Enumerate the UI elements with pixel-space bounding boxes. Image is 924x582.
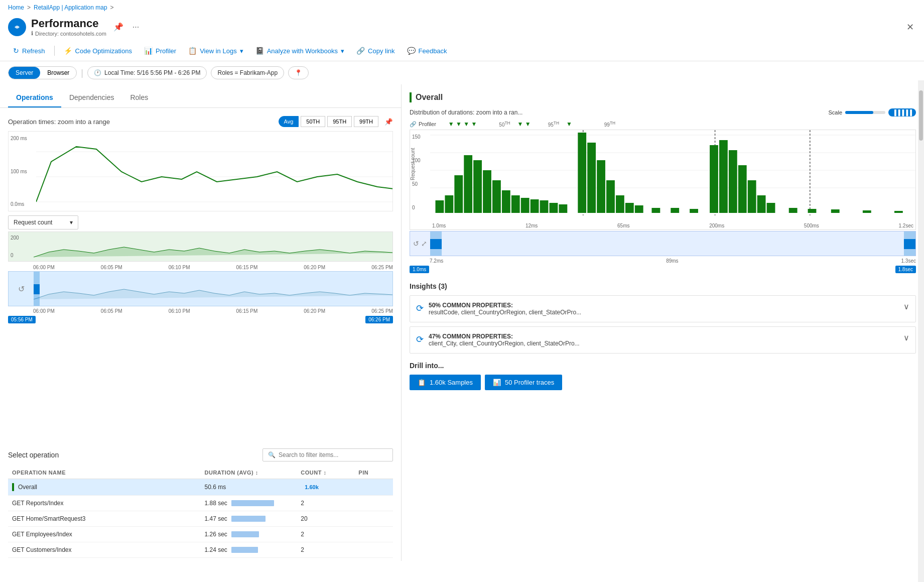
- dist-rl-3: 1.3sec: [901, 258, 916, 264]
- duration-bar: [231, 531, 259, 537]
- search-input[interactable]: [279, 451, 387, 458]
- drill-buttons: 📋 1.60k Samples 📊 50 Profiler traces: [410, 375, 916, 390]
- tab-roles[interactable]: Roles: [122, 88, 156, 107]
- t2: 06:05 PM: [101, 265, 122, 270]
- op-name-cell: GET Home/SmartRequest3: [8, 511, 201, 527]
- copy-link-button[interactable]: 🔗 Copy link: [351, 44, 400, 58]
- svg-rect-18: [454, 175, 463, 213]
- op-pin[interactable]: [354, 527, 393, 542]
- dist-range-selector[interactable]: ↺ ⤢: [410, 231, 916, 256]
- insight-desc-2: client_City, client_CountryOrRegion, cli…: [429, 340, 898, 347]
- roles-filter-label: Roles = Fabrikam-App: [217, 69, 278, 76]
- count-sort-icon[interactable]: ↕: [323, 470, 326, 476]
- profiler-row-label: Profiler: [419, 121, 436, 127]
- p50-btn[interactable]: 50TH: [301, 116, 325, 127]
- p99-btn[interactable]: 99TH: [354, 116, 378, 127]
- profiler-button[interactable]: 📊 Profiler: [139, 44, 181, 58]
- home-link[interactable]: Home: [8, 4, 24, 11]
- more-button[interactable]: ···: [130, 21, 141, 34]
- tab-dependencies[interactable]: Dependencies: [61, 88, 122, 107]
- copy-link-label: Copy link: [368, 47, 394, 55]
- insight-card-1[interactable]: ⟳ 50% COMMON PROPERTIES: resultCode, cli…: [410, 295, 916, 322]
- t4: 06:15 PM: [236, 265, 257, 270]
- select-operation: Select operation 🔍 OPERATION NAME DURATI…: [0, 442, 401, 561]
- expand-icon[interactable]: ⤢: [421, 240, 427, 248]
- tab-operations[interactable]: Operations: [8, 88, 61, 107]
- chart-title: Operation times: zoom into a range: [8, 118, 110, 126]
- feedback-button[interactable]: 💬 Feedback: [402, 44, 452, 58]
- svg-rect-39: [690, 209, 698, 213]
- table-row[interactable]: Overall 50.6 ms 1.60k: [8, 479, 393, 496]
- close-button[interactable]: ✕: [904, 20, 916, 35]
- location-filter-pill[interactable]: 📍: [288, 66, 309, 79]
- avg-btn[interactable]: Avg: [279, 116, 299, 127]
- dist-range-start: 1.0ms: [410, 266, 429, 273]
- t5: 06:20 PM: [304, 265, 325, 270]
- analyze-button[interactable]: 📓 Analyze with Workbooks ▾: [250, 44, 349, 58]
- table-row[interactable]: GET Home/SmartRequest3 1.47 sec 20: [8, 511, 393, 527]
- rt6: 06:25 PM: [371, 308, 393, 314]
- samples-label: 1.60k Samples: [430, 379, 473, 386]
- time-filter-label: Local Time: 5/16 5:56 PM - 6:26 PM: [104, 69, 200, 76]
- svg-rect-51: [894, 211, 903, 213]
- svg-rect-56: [904, 239, 915, 249]
- code-opt-button[interactable]: ⚡ Code Optimizations: [59, 44, 137, 58]
- svg-rect-31: [587, 143, 596, 213]
- server-toggle[interactable]: Server: [9, 67, 40, 79]
- main-line-chart[interactable]: 200 ms 100 ms 0.0ms: [8, 131, 393, 211]
- time-filter-pill[interactable]: 🕐 Local Time: 5/16 5:56 PM - 6:26 PM: [87, 66, 207, 79]
- svg-rect-22: [492, 180, 501, 213]
- search-box[interactable]: 🔍: [262, 448, 393, 461]
- chart-pin-btn[interactable]: 📌: [384, 118, 393, 126]
- pin-button[interactable]: 📌: [111, 20, 125, 34]
- duration-value: 1.88 sec: [205, 500, 227, 507]
- analyze-dropdown-arrow: ▾: [341, 47, 344, 55]
- op-pin[interactable]: [354, 511, 393, 527]
- range-selector[interactable]: ↺: [8, 271, 393, 306]
- sort-icon[interactable]: ↕: [255, 470, 258, 476]
- table-row[interactable]: GET Employees/Index 1.26 sec 2: [8, 527, 393, 542]
- scale-slider[interactable]: [845, 111, 885, 114]
- svg-rect-45: [757, 195, 766, 213]
- op-pin[interactable]: [354, 542, 393, 558]
- scale-control: Scale ▐▐▐▐▐: [829, 108, 916, 117]
- refresh-button[interactable]: ↻ Refresh: [8, 44, 50, 58]
- server-browser-toggle: Server Browser: [8, 66, 77, 79]
- table-row[interactable]: GET Reports/Index 1.88 sec 2: [8, 496, 393, 511]
- request-dropdown[interactable]: Request count ▾: [8, 215, 78, 229]
- svg-rect-23: [502, 190, 510, 213]
- profiler-traces-button[interactable]: 📊 50 Profiler traces: [485, 375, 562, 390]
- directory-label: Directory: contosohotels.com: [35, 31, 106, 37]
- insight-pct-1: 50% COMMON PROPERTIES:: [429, 302, 898, 309]
- scrollbar-thumb[interactable]: [919, 90, 923, 141]
- svg-rect-54: [430, 239, 442, 249]
- table-row[interactable]: GET Customers/Index 1.24 sec 2: [8, 542, 393, 558]
- roles-filter-pill[interactable]: Roles = Fabrikam-App: [211, 66, 284, 79]
- mini-chart[interactable]: 200 0: [8, 231, 393, 262]
- distribution-chart[interactable]: 150 100 50 0: [410, 130, 916, 230]
- sep2: >: [110, 4, 114, 11]
- duration-bar: [231, 547, 258, 553]
- browser-toggle[interactable]: Browser: [40, 67, 76, 79]
- op-pin[interactable]: [354, 479, 393, 496]
- op-pin[interactable]: [354, 496, 393, 511]
- rt3: 06:10 PM: [169, 308, 190, 314]
- view-in-logs-button[interactable]: 📋 View in Logs ▾: [183, 44, 248, 58]
- analyze-label: Analyze with Workbooks: [267, 47, 338, 55]
- dist-range-icon: ↺ ⤢: [410, 231, 430, 256]
- subtitle: ℹ Directory: contosohotels.com: [31, 30, 106, 37]
- p95-btn[interactable]: 95TH: [327, 116, 352, 127]
- scrollbar-track[interactable]: [918, 80, 924, 561]
- p50-label: 50TH: [306, 119, 320, 125]
- svg-rect-44: [748, 180, 756, 213]
- ops-table: OPERATION NAME DURATION (AVG) ↕ COUNT ↕ …: [8, 467, 393, 558]
- insight-icon-2: ⟳: [416, 334, 424, 345]
- insight-card-2[interactable]: ⟳ 47% COMMON PROPERTIES: client_City, cl…: [410, 326, 916, 354]
- samples-button[interactable]: 📋 1.60k Samples: [410, 375, 481, 390]
- profiler-row: 🔗 Profiler ▼ ▼ ▼ ▼ 50TH ▼ ▼ 95TH ▼ 99TH: [410, 121, 916, 128]
- drill-section: Drill into... 📋 1.60k Samples 📊 50 Profi…: [410, 362, 916, 390]
- retail-link[interactable]: RetailApp | Application map: [34, 4, 107, 11]
- op-count: 2: [297, 527, 354, 542]
- t3: 06:10 PM: [169, 265, 190, 270]
- p95-marker: 95TH: [548, 121, 559, 128]
